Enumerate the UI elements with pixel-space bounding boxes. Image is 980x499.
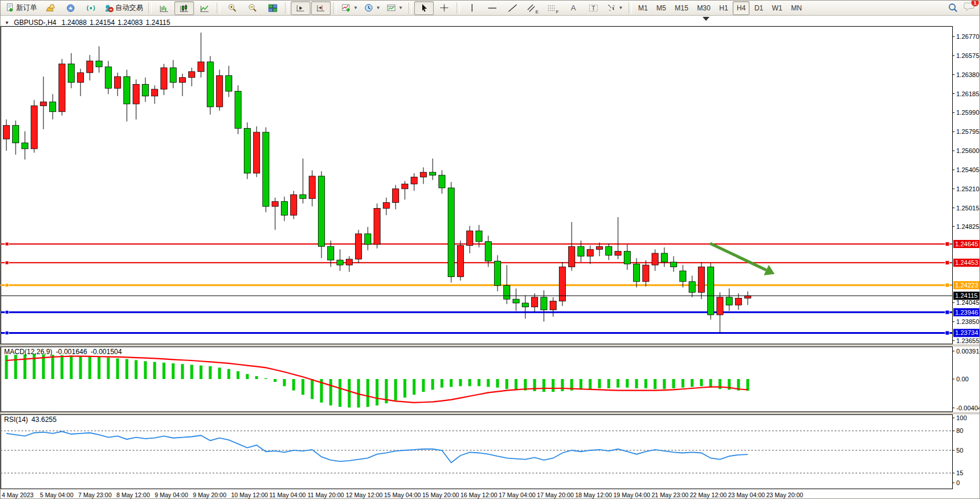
auto-scroll-button[interactable] <box>291 1 310 15</box>
macd-histogram-bar <box>228 369 231 379</box>
candle <box>745 296 751 298</box>
candle <box>578 246 584 256</box>
cursor-tool-button[interactable] <box>414 1 434 15</box>
macd-histogram-bar <box>135 360 138 379</box>
macd-histogram-bar <box>98 357 101 379</box>
auto-trading-button[interactable]: 自动交易 <box>101 1 146 15</box>
hline-handle[interactable] <box>5 261 9 264</box>
candlestick-chart-type-button[interactable] <box>174 1 194 15</box>
rsi-tick-label: 15 <box>956 469 963 476</box>
hline-handle[interactable] <box>5 331 9 334</box>
macd-histogram-bar <box>79 356 82 379</box>
candle <box>13 125 19 143</box>
macd-histogram-bar <box>330 379 332 406</box>
macd-histogram-bar <box>394 379 397 400</box>
fibonacci-tool-button[interactable]: F <box>543 1 563 15</box>
channel-tool-button[interactable]: E <box>523 1 543 15</box>
hline-handle[interactable] <box>945 261 949 265</box>
timeframe-button-d1[interactable]: D1 <box>750 1 767 15</box>
toolbar-right-group: 1 <box>948 2 975 14</box>
macd-histogram-bar <box>311 379 314 399</box>
macd-tick-label: -0.004049 <box>956 405 980 411</box>
candle <box>263 132 269 206</box>
macd-histogram-bar <box>191 365 193 379</box>
crosshair-icon <box>440 3 449 12</box>
macd-histogram-bar <box>561 379 564 391</box>
indicators-button[interactable]: ▼ <box>339 1 361 15</box>
chart-shift-button[interactable] <box>311 1 331 15</box>
text-label-tool-button[interactable]: T <box>584 1 604 15</box>
zoom-in-button[interactable] <box>222 1 242 15</box>
macd-histogram-bar <box>5 355 8 379</box>
indicators-icon <box>342 4 351 12</box>
toolbar-separator <box>408 2 412 14</box>
timeframe-button-h1[interactable]: H1 <box>715 1 732 15</box>
new-order-label: 新订单 <box>16 3 37 13</box>
periods-button[interactable]: ▼ <box>361 1 383 15</box>
pane-splitter[interactable] <box>1 412 980 414</box>
macd-histogram-bar <box>441 379 444 388</box>
hline-price-badge-label: 1.24453 <box>955 259 978 266</box>
zoom-out-button[interactable] <box>243 1 262 15</box>
search-icon[interactable] <box>948 3 958 13</box>
signals-button[interactable] <box>81 1 101 15</box>
candle <box>476 231 482 242</box>
macd-histogram-bar <box>163 363 166 379</box>
hline-handle[interactable] <box>5 311 9 314</box>
time-axis-label: 17 May 20:00 <box>537 491 574 498</box>
candle <box>597 246 603 249</box>
candle <box>615 252 621 256</box>
candle <box>661 253 668 262</box>
hline-handle[interactable] <box>945 242 949 246</box>
timeframe-button-m30[interactable]: M30 <box>693 1 714 15</box>
timeframe-button-w1[interactable]: W1 <box>768 1 787 15</box>
macd-histogram-bar <box>459 379 462 386</box>
timeframe-button-m5[interactable]: M5 <box>652 1 670 15</box>
notifications-button[interactable]: 1 <box>964 2 975 14</box>
timeframe-button-m1[interactable]: M1 <box>634 1 652 15</box>
trendline-icon <box>508 4 517 12</box>
macd-histogram-bar <box>432 379 434 389</box>
candle <box>606 246 612 255</box>
arrows-tool-button[interactable]: ▼ <box>604 1 626 15</box>
timeframe-button-m15[interactable]: M15 <box>671 1 692 15</box>
templates-icon <box>387 4 396 12</box>
candle <box>337 260 343 265</box>
horizontal-line-tool-button[interactable] <box>482 1 502 15</box>
candle <box>634 264 640 282</box>
chart-canvas[interactable]: 1.267701.265751.263801.261851.259901.257… <box>1 16 980 499</box>
navigator-button[interactable] <box>61 1 81 15</box>
pane-splitter[interactable] <box>1 344 980 347</box>
timeframe-button-mn[interactable]: MN <box>787 1 806 15</box>
main-pane-frame <box>1 27 953 344</box>
timeframe-button-h4[interactable]: H4 <box>733 1 749 15</box>
trendline-tool-button[interactable] <box>503 1 522 15</box>
crosshair-tool-button[interactable] <box>434 1 454 15</box>
hline-handle[interactable] <box>945 331 949 335</box>
text-tool-button[interactable]: A <box>564 1 583 15</box>
price-tick-label: 1.26770 <box>956 33 979 40</box>
dropdown-arrow-icon: ▼ <box>398 5 403 10</box>
hline-handle[interactable] <box>5 283 9 287</box>
market-watch-button[interactable] <box>41 1 60 15</box>
candle <box>550 301 557 310</box>
zoom-in-icon <box>228 3 237 12</box>
hline-handle[interactable] <box>5 242 9 246</box>
vertical-line-tool-button[interactable] <box>462 1 482 15</box>
candle <box>495 261 501 285</box>
hline-handle[interactable] <box>945 283 949 287</box>
candle <box>41 102 47 106</box>
bar-chart-type-button[interactable] <box>154 1 174 15</box>
hline-handle[interactable] <box>945 310 949 314</box>
macd-histogram-bar <box>52 355 54 379</box>
candle <box>272 202 279 206</box>
candle <box>402 184 408 188</box>
new-order-button[interactable]: 新订单 <box>3 1 40 15</box>
candle <box>485 242 492 261</box>
line-chart-type-button[interactable] <box>195 1 214 15</box>
chart-shift-marker[interactable] <box>703 17 710 21</box>
templates-button[interactable]: ▼ <box>384 1 406 15</box>
tile-windows-button[interactable] <box>263 1 283 15</box>
text-label-icon: T <box>588 3 598 13</box>
macd-histogram-bar <box>209 366 212 379</box>
